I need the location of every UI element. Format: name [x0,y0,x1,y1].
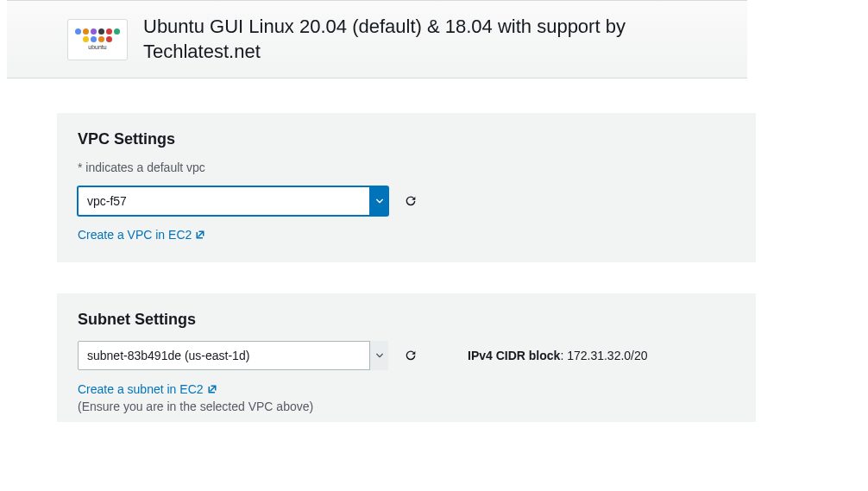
subnet-select-wrap: subnet-83b491de (us-east-1d) [78,341,388,370]
cidr-block: IPv4 CIDR block: 172.31.32.0/20 [468,349,648,362]
vpc-refresh-button[interactable] [402,192,419,210]
cidr-value: 172.31.32.0/20 [567,349,647,362]
subnet-settings-panel: Subnet Settings subnet-83b491de (us-east… [57,293,756,422]
vpc-select-wrap: vpc-f57 [78,186,388,216]
refresh-icon [404,349,418,362]
subnet-select[interactable]: subnet-83b491de (us-east-1d) [78,341,388,370]
vpc-hint: * indicates a default vpc [78,161,735,174]
create-subnet-link[interactable]: Create a subnet in EC2 [78,382,217,396]
vpc-heading: VPC Settings [78,130,735,148]
refresh-icon [404,194,418,208]
product-header: ubuntu Ubuntu GUI Linux 20.04 (default) … [7,0,747,79]
vpc-settings-panel: VPC Settings * indicates a default vpc v… [57,113,756,262]
create-vpc-link-label: Create a VPC in EC2 [78,228,192,242]
cidr-label: IPv4 CIDR block [468,349,560,362]
product-title: Ubuntu GUI Linux 20.04 (default) & 18.04… [143,15,626,64]
create-subnet-link-label: Create a subnet in EC2 [78,382,204,396]
subnet-note: (Ensure you are in the selected VPC abov… [78,400,735,413]
vpc-select[interactable]: vpc-f57 [78,186,388,216]
product-logo: ubuntu [67,19,128,60]
create-vpc-link[interactable]: Create a VPC in EC2 [78,228,205,242]
external-link-icon [207,384,217,394]
subnet-refresh-button[interactable] [402,347,419,364]
subnet-heading: Subnet Settings [78,311,735,329]
external-link-icon [195,230,205,240]
